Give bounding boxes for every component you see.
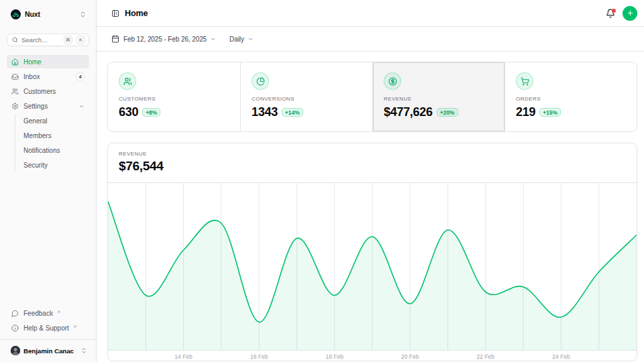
- chart-header: REVENUE $76,544: [108, 143, 637, 183]
- period-select[interactable]: Daily: [229, 36, 254, 43]
- nuxt-logo-icon: [11, 9, 21, 19]
- stat-card-conversions[interactable]: CONVERSIONS 1343 +14%: [240, 62, 372, 131]
- revenue-chart-svg: [108, 183, 637, 351]
- stat-value: 630: [119, 105, 138, 119]
- plus-icon: [627, 9, 634, 17]
- dashboard-content: CUSTOMERS 630 +8% CONVERSIONS 1343 +14%: [97, 52, 644, 362]
- users-icon: [11, 88, 19, 95]
- feedback-link[interactable]: Feedback: [7, 306, 89, 320]
- arrow-up-right-icon: [56, 310, 61, 314]
- kbd-k: K: [76, 36, 85, 44]
- workspace-name: Nuxt: [25, 10, 40, 18]
- stat-label: CONVERSIONS: [252, 96, 362, 102]
- x-axis-tick-label: 16 Feb: [250, 353, 268, 360]
- search-icon: [12, 37, 18, 43]
- app-root: Nuxt Search... ⌘ K Home: [0, 0, 644, 362]
- stat-card-orders[interactable]: ORDERS 219 +15%: [504, 62, 637, 131]
- sidebar-subitem-general[interactable]: General: [23, 114, 89, 127]
- stat-value: $477,626: [384, 105, 433, 119]
- pie-chart-icon: [252, 72, 269, 90]
- filters-toolbar: Feb 12, 2025 - Feb 26, 2025 Daily: [97, 27, 644, 52]
- chart-title: REVENUE: [119, 151, 626, 157]
- chart-x-axis: 14 Feb16 Feb18 Feb20 Feb22 Feb24 Feb: [108, 351, 637, 361]
- message-bubble-icon: [11, 310, 19, 317]
- sidebar-footer-links: Feedback Help & Support: [7, 306, 89, 339]
- stats-row: CUSTOMERS 630 +8% CONVERSIONS 1343 +14%: [107, 62, 637, 132]
- avatar: [11, 346, 20, 355]
- stat-label: CUSTOMERS: [119, 96, 229, 102]
- sidebar-subitem-security[interactable]: Security: [23, 158, 89, 172]
- sidebar-item-label: Inbox: [23, 73, 40, 80]
- sidebar-item-label: Home: [23, 58, 42, 66]
- stat-card-revenue[interactable]: REVENUE $477,626 +20%: [372, 62, 504, 131]
- user-name: Benjamin Canac: [23, 347, 74, 355]
- search-input[interactable]: Search... ⌘ K: [7, 34, 89, 46]
- stat-label: ORDERS: [516, 96, 626, 102]
- stat-change-badge: +8%: [142, 108, 160, 117]
- x-axis-tick-label: 18 Feb: [325, 353, 343, 360]
- notifications-button[interactable]: [606, 9, 615, 18]
- help-support-link[interactable]: Help & Support: [7, 321, 89, 335]
- stat-value: 219: [516, 105, 535, 119]
- x-axis-tick-label: 14 Feb: [174, 353, 192, 360]
- users-icon: [119, 72, 136, 90]
- page-title: Home: [125, 9, 148, 18]
- sidebar-item-customers[interactable]: Customers: [7, 84, 89, 98]
- chevron-down-icon: [210, 36, 216, 42]
- date-range-label: Feb 12, 2025 - Feb 26, 2025: [123, 36, 207, 43]
- sidebar-nav: Home Inbox 4 Customers Setting: [7, 55, 89, 306]
- sidebar-subitem-members[interactable]: Members: [23, 129, 89, 142]
- chevrons-up-down-icon: [79, 11, 87, 18]
- chevron-down-icon: [248, 36, 254, 42]
- stat-value: 1343: [252, 105, 278, 119]
- revenue-area-chart[interactable]: [108, 183, 637, 351]
- sidebar-item-label: Settings: [23, 103, 48, 110]
- add-button[interactable]: [623, 6, 637, 21]
- search-placeholder: Search...: [21, 36, 60, 44]
- sidebar-item-home[interactable]: Home: [7, 55, 89, 68]
- footer-link-label: Feedback: [23, 310, 53, 317]
- stat-change-badge: +15%: [539, 108, 561, 117]
- house-icon: [11, 58, 19, 66]
- chevron-up-icon: [78, 103, 85, 109]
- panel-left-close-icon[interactable]: [111, 9, 119, 17]
- calendar-icon: [111, 35, 119, 43]
- shopping-cart-icon: [516, 72, 533, 90]
- sidebar-item-label: Customers: [23, 88, 56, 95]
- circle-dollar-icon: [384, 72, 401, 90]
- inbox-count-badge: 4: [76, 72, 85, 81]
- x-axis-tick-label: 22 Feb: [477, 353, 494, 360]
- stat-change-badge: +20%: [437, 108, 458, 117]
- stat-card-customers[interactable]: CUSTOMERS 630 +8%: [108, 62, 240, 131]
- inbox-icon: [11, 73, 19, 80]
- settings-sub-list: General Members Notifications Security: [15, 114, 89, 172]
- unread-dot: [612, 9, 616, 13]
- main-area: Home Feb 12, 2025 - Feb 26, 2025: [97, 0, 644, 362]
- x-axis-tick-label: 24 Feb: [552, 353, 570, 360]
- workspace-switcher[interactable]: Nuxt: [7, 1, 89, 27]
- footer-link-label: Help & Support: [23, 324, 69, 332]
- chart-total-value: $76,544: [119, 159, 626, 174]
- gear-icon: [11, 103, 19, 110]
- sidebar-subitem-notifications[interactable]: Notifications: [23, 143, 89, 157]
- chevrons-up-down-icon: [80, 347, 87, 354]
- sidebar: Nuxt Search... ⌘ K Home: [0, 0, 97, 362]
- sidebar-item-settings[interactable]: Settings: [7, 99, 89, 113]
- x-axis-tick-label: 20 Feb: [401, 353, 419, 360]
- top-navbar: Home: [97, 0, 644, 27]
- user-menu[interactable]: Benjamin Canac: [0, 339, 96, 362]
- stat-label: REVENUE: [384, 96, 494, 102]
- sidebar-item-inbox[interactable]: Inbox 4: [7, 70, 89, 83]
- arrow-up-right-icon: [72, 324, 77, 329]
- revenue-chart-card: REVENUE $76,544 14 Feb16 Feb18 Feb20 Feb…: [107, 143, 637, 361]
- kbd-meta: ⌘: [64, 36, 73, 44]
- period-label: Daily: [229, 36, 244, 43]
- info-circle-icon: [11, 324, 19, 332]
- stat-change-badge: +14%: [282, 108, 303, 117]
- date-range-picker[interactable]: Feb 12, 2025 - Feb 26, 2025: [111, 35, 216, 43]
